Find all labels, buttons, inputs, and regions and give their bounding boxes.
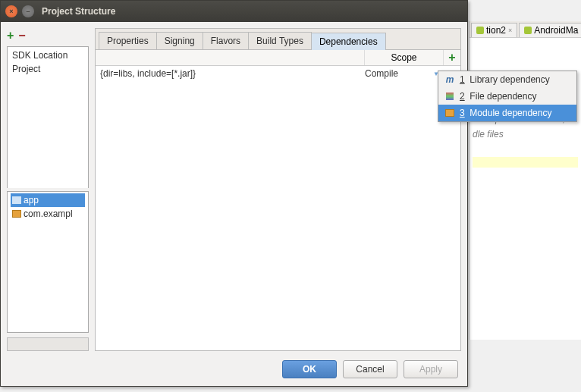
tab-build-types[interactable]: Build Types	[248, 32, 312, 49]
folder-icon	[12, 196, 21, 204]
dependency-scope[interactable]: Compile ▼	[360, 66, 444, 81]
menu-library-dependency[interactable]: m 1 Library dependency	[438, 71, 576, 88]
editor-tab[interactable]: AndroidMa	[519, 23, 581, 37]
sidebar-item-example[interactable]: com.exampl	[11, 207, 85, 221]
android-icon	[524, 27, 532, 34]
plus-icon: +	[448, 52, 455, 64]
dialog-buttons: OK Cancel Apply	[7, 356, 461, 380]
window-title: Project Structure	[42, 6, 463, 17]
editor-tabs: tion2 × AndroidMa	[470, 21, 581, 38]
apply-button: Apply	[404, 360, 458, 378]
project-structure-dialog: × – Project Structure + − SDK Location P…	[0, 0, 468, 387]
menu-module-dependency[interactable]: 3 Module dependency	[438, 105, 576, 121]
header-blank	[96, 50, 365, 65]
window-close-icon[interactable]: ×	[5, 5, 17, 17]
menu-key: 3	[460, 108, 465, 118]
main-panel: Properties Signing Flavors Build Types D…	[95, 28, 461, 351]
dependency-name: {dir=libs, include=[*.jar]}	[96, 66, 360, 81]
window-minimize-icon[interactable]: –	[22, 5, 34, 17]
module-icon	[444, 108, 455, 118]
editor-tab[interactable]: tion2 ×	[471, 23, 517, 37]
add-dependency-button[interactable]: +	[444, 50, 460, 65]
menu-label: File dependency	[470, 91, 536, 102]
dependencies-header: Scope +	[96, 50, 460, 66]
highlight-line	[473, 157, 578, 168]
menu-key: 2	[460, 91, 465, 102]
header-scope: Scope	[365, 50, 444, 65]
editor-tab-label: tion2	[486, 25, 506, 36]
sidebar-toolbar: + −	[7, 28, 89, 43]
titlebar: × – Project Structure	[1, 1, 467, 22]
tabs: Properties Signing Flavors Build Types D…	[96, 29, 460, 50]
add-dependency-menu: m 1 Library dependency 2 File dependency…	[438, 71, 577, 122]
sidebar-item-sdk-location[interactable]: SDK Location	[11, 49, 85, 62]
folder-icon	[12, 210, 21, 218]
menu-key: 1	[460, 74, 465, 85]
code-comment: dle files	[473, 127, 578, 142]
scrollbar-horizontal[interactable]	[7, 337, 89, 351]
menu-file-dependency[interactable]: 2 File dependency	[438, 88, 576, 105]
tab-dependencies[interactable]: Dependencies	[311, 33, 386, 50]
sidebar: + − SDK Location Project app com.exampl	[7, 28, 89, 351]
tab-properties[interactable]: Properties	[99, 32, 157, 49]
ok-button[interactable]: OK	[282, 360, 337, 378]
sidebar-item-label: app	[24, 195, 39, 205]
menu-label: Module dependency	[470, 108, 551, 118]
sidebar-item-project[interactable]: Project	[11, 62, 85, 76]
dependency-row[interactable]: {dir=libs, include=[*.jar]} Compile ▼	[96, 66, 460, 81]
file-icon	[444, 92, 455, 101]
remove-module-icon[interactable]: −	[18, 30, 25, 42]
module-list: SDK Location Project	[7, 46, 89, 188]
menu-label: Library dependency	[470, 74, 549, 85]
add-module-icon[interactable]: +	[7, 30, 14, 42]
module-list-modules: app com.exampl	[7, 191, 89, 334]
dependencies-body: {dir=libs, include=[*.jar]} Compile ▼	[96, 66, 460, 350]
sidebar-item-app[interactable]: app	[11, 193, 85, 207]
tab-close-icon[interactable]: ×	[508, 27, 512, 34]
cancel-button[interactable]: Cancel	[343, 360, 397, 378]
scope-label: Compile	[365, 68, 398, 79]
android-icon	[476, 27, 484, 34]
sidebar-item-label: com.exampl	[24, 209, 73, 219]
editor-tab-label: AndroidMa	[534, 25, 578, 36]
tab-signing[interactable]: Signing	[156, 32, 203, 49]
tab-flavors[interactable]: Flavors	[203, 32, 249, 49]
library-icon: m	[444, 75, 455, 84]
background-editor: tion2 × AndroidMa radle:0.12.2' on depen…	[469, 21, 581, 340]
